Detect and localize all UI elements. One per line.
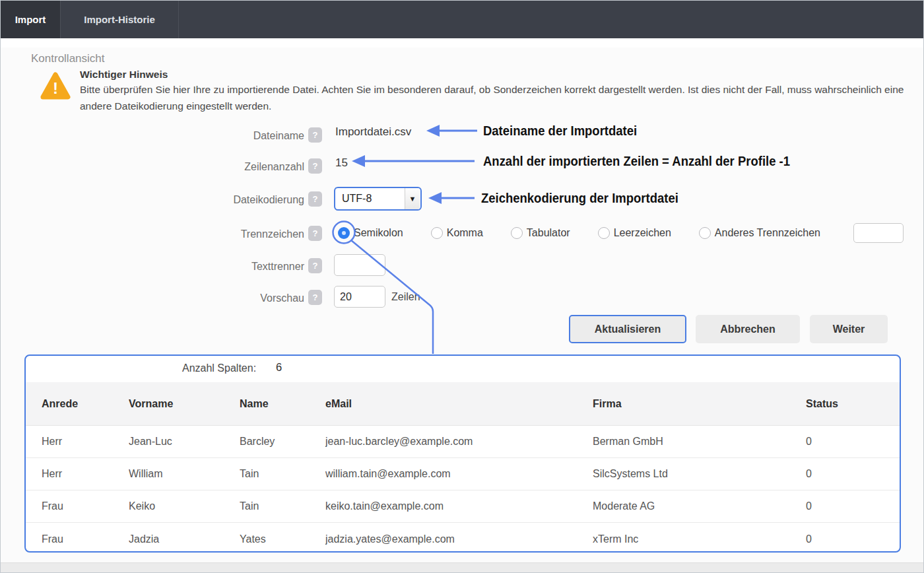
radio-label: Komma	[447, 227, 483, 239]
trennzeichen-options: SemikolonKommaTabulatorLeerzeichenAndere…	[338, 223, 904, 243]
page-title: Kontrollansicht	[31, 52, 105, 65]
weiter-button[interactable]: Weiter	[810, 315, 888, 343]
table-cell: Jadzia	[129, 533, 240, 545]
aktualisieren-button[interactable]: Aktualisieren	[569, 315, 686, 343]
table-cell: Yates	[240, 533, 325, 545]
footer-strip	[1, 562, 923, 572]
table-cell: 0	[806, 436, 885, 448]
form-row-dateiname: Dateiname ? Importdatei.csv	[1, 129, 923, 146]
radio-icon[interactable]	[699, 227, 711, 239]
dateikodierung-label: Dateikodierung	[1, 193, 304, 207]
trennzeichen-label: Trennzeichen	[1, 227, 304, 242]
spalten-count-row: Anzahl Spalten: 6	[26, 356, 900, 382]
help-icon[interactable]: ?	[308, 127, 322, 143]
help-icon[interactable]: ?	[308, 158, 322, 174]
table-cell: 0	[806, 500, 885, 512]
radio-label: Tabulator	[527, 227, 570, 239]
table-cell: Herr	[42, 468, 129, 480]
radio-option-leerzeichen[interactable]: Leerzeichen	[598, 227, 671, 239]
table-cell: keiko.tain@example.com	[325, 500, 593, 512]
abbrechen-button[interactable]: Abbrechen	[696, 315, 800, 343]
column-header-email: eMail	[325, 398, 593, 410]
radio-option-tabulator[interactable]: Tabulator	[511, 227, 570, 239]
spalten-count-label: Anzahl Spalten:	[182, 362, 256, 374]
column-header-anrede: Anrede	[42, 398, 129, 410]
help-icon[interactable]: ?	[308, 290, 322, 305]
zeilenanzahl-label: Zeilenanzahl	[1, 160, 304, 174]
annotation-dateikodierung: Zeichenkodierung der Importdatei	[481, 190, 678, 206]
table-row: FrauKeikoTainkeiko.tain@example.comModer…	[26, 490, 900, 523]
table-row: HerrJean-LucBarcleyjean-luc.barcley@exam…	[26, 426, 900, 458]
form-row-texttrenner: Texttrenner ?	[1, 259, 923, 277]
annotation-zeilenanzahl: Anzahl der importierten Zeilen = Anzahl …	[483, 153, 790, 169]
table-cell: Tain	[240, 468, 325, 480]
table-cell: xTerm Inc	[593, 533, 806, 545]
preview-table-panel: Anzahl Spalten: 6 AnredeVornameNameeMail…	[24, 354, 901, 553]
form-row-trennzeichen: Trennzeichen ? SemikolonKommaTabulatorLe…	[1, 227, 923, 244]
warning-icon: !	[40, 71, 71, 100]
radio-selected-icon[interactable]	[338, 227, 350, 239]
column-header-name: Name	[240, 398, 325, 410]
tab-import-historie[interactable]: Import-Historie	[61, 1, 179, 38]
notice-body: Bitte überprüfen Sie hier Ihre zu import…	[80, 81, 917, 114]
import-control-view: Import Import-Historie Kontrollansicht !…	[0, 0, 924, 573]
table-cell: SilcSystems Ltd	[593, 468, 806, 480]
table-cell: Frau	[42, 500, 129, 512]
radio-icon[interactable]	[511, 227, 523, 239]
dateiname-value: Importdatei.csv	[335, 125, 411, 139]
texttrenner-input[interactable]	[334, 254, 385, 276]
table-cell: Frau	[42, 533, 129, 545]
column-header-status: Status	[806, 398, 885, 410]
vorschau-label: Vorschau	[1, 291, 304, 306]
table-body: HerrJean-LucBarcleyjean-luc.barcley@exam…	[26, 426, 900, 553]
texttrenner-label: Texttrenner	[1, 259, 304, 274]
radio-label: Semikolon	[354, 227, 403, 239]
table-cell: jadzia.yates@example.com	[325, 533, 593, 545]
svg-text:!: !	[53, 79, 58, 97]
table-cell: 0	[806, 468, 885, 480]
table-cell: 0	[806, 533, 885, 545]
spalten-count-value: 6	[276, 361, 282, 374]
notice-title: Wichtiger Hinweis	[80, 69, 168, 81]
table-cell: william.tain@example.com	[325, 468, 593, 480]
table-cell: William	[129, 468, 240, 480]
anderes-trennzeichen-input[interactable]	[853, 223, 904, 243]
zeilenanzahl-value: 15	[335, 156, 348, 170]
help-icon[interactable]: ?	[308, 191, 322, 207]
vorschau-suffix: Zeilen	[391, 291, 420, 303]
tab-import[interactable]: Import	[1, 1, 61, 38]
table-cell: Moderate AG	[593, 500, 806, 512]
table-row: FrauJadziaYatesjadzia.yates@example.comx…	[26, 523, 900, 553]
radio-label: Leerzeichen	[614, 227, 671, 239]
table-row: HerrWilliamTainwilliam.tain@example.comS…	[26, 458, 900, 490]
form-row-dateikodierung: Dateikodierung ? UTF-8 ▼	[1, 193, 923, 210]
table-cell: Herr	[42, 436, 129, 448]
dateiname-label: Dateiname	[1, 129, 304, 143]
selected-encoding: UTF-8	[335, 193, 405, 205]
radio-icon[interactable]	[431, 227, 443, 239]
table-cell: Tain	[240, 500, 325, 512]
top-navbar: Import Import-Historie	[1, 1, 923, 38]
radio-option-anderes-trennzeichen[interactable]: Anderes Trennzeichen	[699, 227, 820, 239]
radio-option-semikolon[interactable]: Semikolon	[338, 227, 403, 239]
radio-option-komma[interactable]: Komma	[431, 227, 483, 239]
content-top-strip	[1, 38, 923, 48]
vorschau-input[interactable]	[334, 286, 385, 308]
dateikodierung-select[interactable]: UTF-8 ▼	[334, 187, 422, 211]
column-header-firma: Firma	[593, 398, 806, 410]
annotation-dateiname: Dateiname der Importdatei	[483, 123, 637, 139]
help-icon[interactable]: ?	[308, 226, 322, 241]
column-header-vorname: Vorname	[129, 398, 240, 410]
table-cell: Jean-Luc	[129, 436, 240, 448]
table-cell: jean-luc.barcley@example.com	[325, 436, 593, 448]
form-row-vorschau: Vorschau ? Zeilen	[1, 291, 923, 308]
table-cell: Barcley	[240, 436, 325, 448]
help-icon[interactable]: ?	[308, 258, 322, 273]
radio-icon[interactable]	[598, 227, 610, 239]
radio-label: Anderes Trennzeichen	[715, 227, 820, 239]
table-cell: Berman GmbH	[593, 436, 806, 448]
chevron-down-icon[interactable]: ▼	[405, 188, 420, 209]
table-header-row: AnredeVornameNameeMailFirmaStatus	[26, 382, 900, 426]
table-cell: Keiko	[129, 500, 240, 512]
